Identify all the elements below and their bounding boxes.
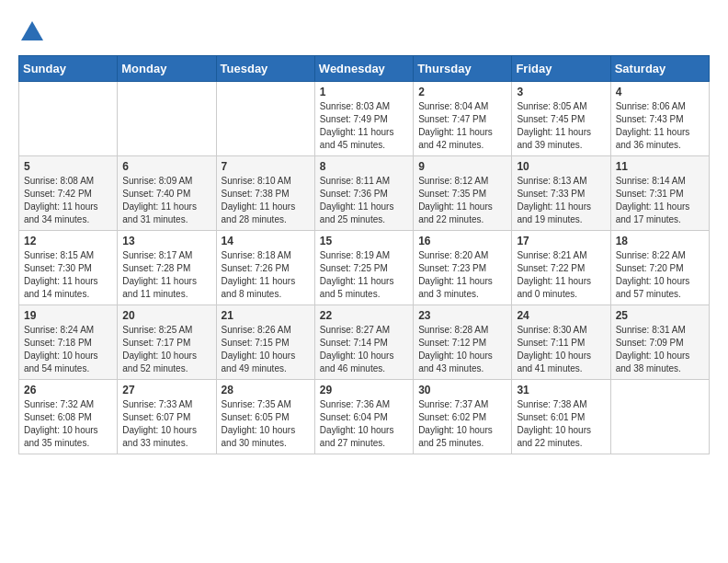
day-number: 25	[616, 309, 704, 322]
day-number: 23	[418, 309, 506, 322]
day-number: 16	[418, 235, 506, 247]
calendar-cell: 15Sunrise: 8:19 AM Sunset: 7:25 PM Dayli…	[314, 231, 413, 305]
day-number: 6	[122, 160, 210, 173]
calendar-cell: 11Sunrise: 8:14 AM Sunset: 7:31 PM Dayli…	[610, 156, 709, 231]
calendar-week-row: 12Sunrise: 8:15 AM Sunset: 7:30 PM Dayli…	[19, 231, 710, 305]
day-info: Sunrise: 8:14 AM Sunset: 7:31 PM Dayligh…	[616, 175, 704, 226]
calendar-cell: 28Sunrise: 7:35 AM Sunset: 6:05 PM Dayli…	[216, 380, 314, 454]
calendar-week-row: 5Sunrise: 8:08 AM Sunset: 7:42 PM Daylig…	[19, 156, 710, 231]
calendar-cell: 18Sunrise: 8:22 AM Sunset: 7:20 PM Dayli…	[610, 231, 709, 305]
day-number: 27	[122, 384, 210, 396]
day-number: 20	[122, 309, 210, 322]
calendar-cell: 27Sunrise: 7:33 AM Sunset: 6:07 PM Dayli…	[118, 380, 216, 454]
logo	[18, 18, 50, 46]
day-number: 13	[122, 235, 210, 247]
day-info: Sunrise: 8:27 AM Sunset: 7:14 PM Dayligh…	[320, 324, 408, 375]
calendar-cell	[216, 82, 314, 156]
column-header-friday: Friday	[512, 56, 610, 82]
day-info: Sunrise: 8:25 AM Sunset: 7:17 PM Dayligh…	[122, 324, 210, 375]
day-info: Sunrise: 8:09 AM Sunset: 7:40 PM Dayligh…	[122, 175, 210, 226]
day-info: Sunrise: 8:08 AM Sunset: 7:42 PM Dayligh…	[24, 175, 112, 226]
calendar-cell: 30Sunrise: 7:37 AM Sunset: 6:02 PM Dayli…	[414, 380, 512, 454]
calendar-cell: 17Sunrise: 8:21 AM Sunset: 7:22 PM Dayli…	[512, 231, 610, 305]
day-number: 30	[418, 384, 506, 396]
day-number: 29	[320, 384, 408, 396]
day-number: 21	[222, 309, 310, 322]
calendar-cell: 1Sunrise: 8:03 AM Sunset: 7:49 PM Daylig…	[314, 82, 413, 156]
day-number: 9	[418, 160, 506, 173]
column-header-wednesday: Wednesday	[314, 56, 413, 82]
day-info: Sunrise: 8:05 AM Sunset: 7:45 PM Dayligh…	[517, 100, 605, 152]
day-info: Sunrise: 7:33 AM Sunset: 6:07 PM Dayligh…	[122, 398, 210, 450]
day-number: 8	[320, 160, 408, 173]
day-number: 24	[517, 309, 605, 322]
day-info: Sunrise: 8:28 AM Sunset: 7:12 PM Dayligh…	[418, 324, 506, 375]
day-info: Sunrise: 8:04 AM Sunset: 7:47 PM Dayligh…	[418, 100, 506, 152]
calendar-cell: 16Sunrise: 8:20 AM Sunset: 7:23 PM Dayli…	[414, 231, 512, 305]
day-number: 5	[24, 160, 112, 173]
calendar-cell: 22Sunrise: 8:27 AM Sunset: 7:14 PM Dayli…	[314, 305, 413, 380]
day-info: Sunrise: 8:21 AM Sunset: 7:22 PM Dayligh…	[517, 249, 605, 301]
calendar-cell: 19Sunrise: 8:24 AM Sunset: 7:18 PM Dayli…	[19, 305, 118, 380]
day-number: 10	[517, 160, 605, 173]
day-number: 26	[24, 384, 112, 396]
calendar-cell: 25Sunrise: 8:31 AM Sunset: 7:09 PM Dayli…	[610, 305, 709, 380]
day-info: Sunrise: 8:30 AM Sunset: 7:11 PM Dayligh…	[517, 324, 605, 375]
day-number: 12	[24, 235, 112, 247]
calendar-cell: 29Sunrise: 7:36 AM Sunset: 6:04 PM Dayli…	[314, 380, 413, 454]
day-number: 22	[320, 309, 408, 322]
day-info: Sunrise: 8:10 AM Sunset: 7:38 PM Dayligh…	[222, 175, 310, 226]
day-info: Sunrise: 8:22 AM Sunset: 7:20 PM Dayligh…	[616, 249, 704, 301]
day-number: 17	[517, 235, 605, 247]
calendar-cell: 7Sunrise: 8:10 AM Sunset: 7:38 PM Daylig…	[216, 156, 314, 231]
day-info: Sunrise: 8:26 AM Sunset: 7:15 PM Dayligh…	[222, 324, 310, 375]
column-header-tuesday: Tuesday	[216, 56, 314, 82]
day-number: 15	[320, 235, 408, 247]
calendar-cell: 5Sunrise: 8:08 AM Sunset: 7:42 PM Daylig…	[19, 156, 118, 231]
calendar-cell: 2Sunrise: 8:04 AM Sunset: 7:47 PM Daylig…	[414, 82, 512, 156]
day-info: Sunrise: 8:24 AM Sunset: 7:18 PM Dayligh…	[24, 324, 112, 375]
calendar-cell	[118, 82, 216, 156]
calendar-cell: 6Sunrise: 8:09 AM Sunset: 7:40 PM Daylig…	[118, 156, 216, 231]
day-number: 4	[616, 86, 704, 98]
day-number: 19	[24, 309, 112, 322]
calendar-cell: 21Sunrise: 8:26 AM Sunset: 7:15 PM Dayli…	[216, 305, 314, 380]
column-header-monday: Monday	[118, 56, 216, 82]
calendar-cell: 3Sunrise: 8:05 AM Sunset: 7:45 PM Daylig…	[512, 82, 610, 156]
day-info: Sunrise: 8:18 AM Sunset: 7:26 PM Dayligh…	[222, 249, 310, 301]
day-number: 3	[517, 86, 605, 98]
day-info: Sunrise: 8:13 AM Sunset: 7:33 PM Dayligh…	[517, 175, 605, 226]
column-header-thursday: Thursday	[414, 56, 512, 82]
calendar-cell: 26Sunrise: 7:32 AM Sunset: 6:08 PM Dayli…	[19, 380, 118, 454]
calendar-cell: 24Sunrise: 8:30 AM Sunset: 7:11 PM Dayli…	[512, 305, 610, 380]
calendar-cell	[19, 82, 118, 156]
calendar-cell	[610, 380, 709, 454]
day-info: Sunrise: 8:31 AM Sunset: 7:09 PM Dayligh…	[616, 324, 704, 375]
day-number: 1	[320, 86, 408, 98]
day-info: Sunrise: 8:03 AM Sunset: 7:49 PM Dayligh…	[320, 100, 408, 152]
svg-marker-0	[21, 21, 43, 40]
logo-icon	[18, 18, 46, 46]
calendar-week-row: 1Sunrise: 8:03 AM Sunset: 7:49 PM Daylig…	[19, 82, 710, 156]
calendar-cell: 13Sunrise: 8:17 AM Sunset: 7:28 PM Dayli…	[118, 231, 216, 305]
page-header	[18, 18, 710, 46]
day-info: Sunrise: 7:37 AM Sunset: 6:02 PM Dayligh…	[418, 398, 506, 450]
day-number: 18	[616, 235, 704, 247]
day-info: Sunrise: 8:12 AM Sunset: 7:35 PM Dayligh…	[418, 175, 506, 226]
day-number: 14	[222, 235, 310, 247]
calendar: SundayMondayTuesdayWednesdayThursdayFrid…	[18, 55, 710, 454]
calendar-cell: 20Sunrise: 8:25 AM Sunset: 7:17 PM Dayli…	[118, 305, 216, 380]
calendar-cell: 10Sunrise: 8:13 AM Sunset: 7:33 PM Dayli…	[512, 156, 610, 231]
calendar-cell: 12Sunrise: 8:15 AM Sunset: 7:30 PM Dayli…	[19, 231, 118, 305]
day-info: Sunrise: 8:19 AM Sunset: 7:25 PM Dayligh…	[320, 249, 408, 301]
day-info: Sunrise: 7:32 AM Sunset: 6:08 PM Dayligh…	[24, 398, 112, 450]
day-info: Sunrise: 8:17 AM Sunset: 7:28 PM Dayligh…	[122, 249, 210, 301]
day-info: Sunrise: 8:15 AM Sunset: 7:30 PM Dayligh…	[24, 249, 112, 301]
day-number: 31	[517, 384, 605, 396]
calendar-cell: 4Sunrise: 8:06 AM Sunset: 7:43 PM Daylig…	[610, 82, 709, 156]
column-header-sunday: Sunday	[19, 56, 118, 82]
calendar-week-row: 26Sunrise: 7:32 AM Sunset: 6:08 PM Dayli…	[19, 380, 710, 454]
calendar-header-row: SundayMondayTuesdayWednesdayThursdayFrid…	[19, 56, 710, 82]
day-info: Sunrise: 7:36 AM Sunset: 6:04 PM Dayligh…	[320, 398, 408, 450]
calendar-cell: 9Sunrise: 8:12 AM Sunset: 7:35 PM Daylig…	[414, 156, 512, 231]
